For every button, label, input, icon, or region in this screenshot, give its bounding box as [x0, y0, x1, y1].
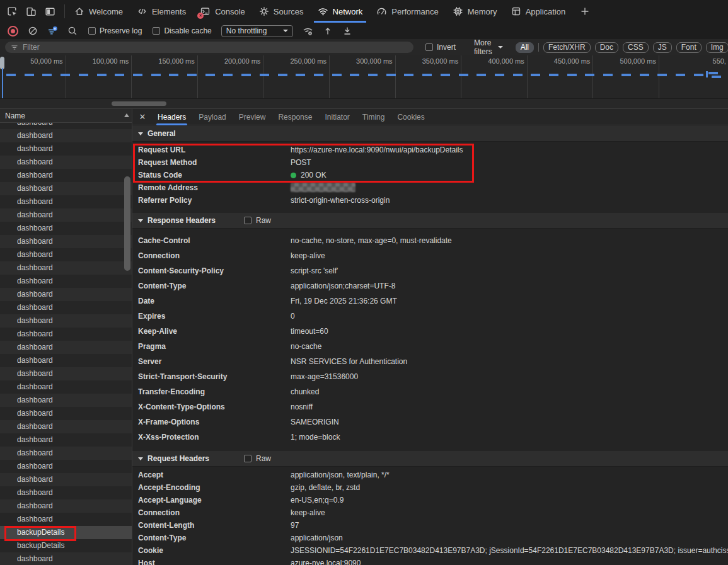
request-list-item[interactable]: dashboard: [0, 261, 132, 275]
timeline-scrollbar-thumb[interactable]: [112, 101, 166, 106]
filter-chip-fetch-xhr[interactable]: Fetch/XHR: [543, 42, 591, 53]
throttling-select[interactable]: No throttling: [221, 25, 294, 37]
filter-toggle-icon[interactable]: [47, 26, 58, 37]
request-list-item[interactable]: dashboard: [0, 460, 132, 473]
filter-input[interactable]: Filter: [5, 42, 413, 53]
preserve-log-toggle[interactable]: Preserve log: [88, 26, 142, 35]
detail-tab-timing[interactable]: Timing: [356, 109, 391, 125]
tab-label: Performance: [391, 7, 438, 16]
more-tools-button[interactable]: [572, 0, 598, 23]
request-list-item[interactable]: dashboard: [0, 367, 132, 380]
request-list-item[interactable]: dashboard: [0, 314, 132, 328]
more-filters-label: More filters: [474, 38, 492, 56]
request-list-item[interactable]: dashboard: [0, 169, 132, 182]
request-raw-toggle[interactable]: Raw: [244, 454, 271, 463]
sidebar-scrollbar-thumb[interactable]: [124, 176, 130, 271]
request-list-name-header[interactable]: Name: [0, 109, 132, 123]
record-network-log-button[interactable]: [8, 26, 18, 37]
header-row: CookieJSESSIONID=54F2261D1E7EC7B03482D41…: [132, 544, 728, 557]
header-name: Request URL: [138, 144, 291, 156]
request-list-item[interactable]: dashboard: [0, 142, 132, 156]
request-list-item[interactable]: dashboard: [0, 407, 132, 420]
tab-console[interactable]: ✕Console: [193, 0, 252, 23]
request-list-item[interactable]: dashboard: [0, 447, 132, 460]
request-list-item[interactable]: dashboard: [0, 182, 132, 195]
request-list-item[interactable]: dashboard: [0, 248, 132, 261]
response-raw-checkbox[interactable]: [244, 217, 251, 224]
request-list-item[interactable]: dashboard: [0, 433, 132, 447]
request-name: dashboard: [17, 237, 53, 246]
tab-elements[interactable]: Elements: [130, 0, 193, 23]
request-list-item[interactable]: dashboard: [0, 499, 132, 513]
search-icon[interactable]: [67, 26, 78, 36]
detail-tab-cookies[interactable]: Cookies: [391, 109, 430, 125]
request-name: dashboard: [17, 369, 53, 378]
request-list-item[interactable]: dashboard: [0, 301, 132, 314]
disable-cache-checkbox[interactable]: [153, 27, 160, 35]
tab-memory[interactable]: Memory: [446, 0, 504, 23]
tab-welcome[interactable]: Welcome: [67, 0, 130, 23]
request-list-item[interactable]: dashboard: [0, 354, 132, 367]
inspect-element-icon[interactable]: [3, 3, 21, 20]
request-list-item[interactable]: dashboard: [0, 222, 132, 235]
request-list-item[interactable]: dashboard: [0, 235, 132, 248]
status-ok-dot-icon: [291, 173, 296, 178]
import-har-icon[interactable]: [323, 26, 333, 36]
request-list-item[interactable]: dashboard: [0, 394, 132, 407]
request-list-item[interactable]: dashboard: [0, 473, 132, 486]
invert-toggle[interactable]: Invert: [425, 43, 456, 52]
header-value: application/json;charset=UTF-8: [291, 278, 395, 294]
request-raw-checkbox[interactable]: [244, 455, 251, 462]
tab-performance[interactable]: Performance: [369, 0, 445, 23]
request-list-item[interactable]: dashboard: [0, 486, 132, 499]
response-raw-toggle[interactable]: Raw: [244, 216, 271, 225]
request-name: dashboard: [17, 343, 53, 351]
timeline-left-handle[interactable]: [0, 57, 4, 69]
filter-chip-doc[interactable]: Doc: [595, 42, 618, 53]
request-list-item[interactable]: dashboard: [0, 156, 132, 169]
header-name: X-Content-Type-Options: [138, 399, 291, 414]
detail-tab-response[interactable]: Response: [272, 109, 318, 125]
close-details-icon[interactable]: ✕: [134, 109, 151, 125]
preserve-log-checkbox[interactable]: [88, 27, 96, 35]
tab-application[interactable]: Application: [504, 0, 573, 23]
tab-sources[interactable]: Sources: [252, 0, 311, 23]
general-section-header[interactable]: General: [132, 126, 728, 142]
filter-chip-all[interactable]: All: [516, 42, 534, 53]
detail-tab-initiator[interactable]: Initiator: [318, 109, 355, 125]
detail-tab-preview[interactable]: Preview: [233, 109, 272, 125]
detail-tab-payload[interactable]: Payload: [192, 109, 232, 125]
scroll-up-arrow-icon[interactable]: [124, 113, 129, 117]
request-list-item[interactable]: dashboard: [0, 195, 132, 208]
response-headers-section-header[interactable]: Response Headers Raw: [132, 213, 728, 229]
request-list-item[interactable]: dashboard: [0, 420, 132, 433]
request-list-item[interactable]: dashboard: [0, 513, 132, 526]
more-filters-button[interactable]: More filters: [474, 38, 503, 56]
request-list-item[interactable]: dashboard: [0, 288, 132, 301]
filter-chip-font[interactable]: Font: [676, 42, 702, 53]
request-list-item[interactable]: dashboard: [0, 341, 132, 354]
filter-chip-js[interactable]: JS: [653, 42, 672, 53]
tab-network[interactable]: Network: [311, 0, 370, 23]
general-rows: Request URLhttps://azure-nve.local:9090/…: [132, 142, 728, 207]
device-toolbar-icon[interactable]: [21, 3, 40, 20]
clear-network-log-icon[interactable]: [28, 26, 38, 36]
request-list-item[interactable]: dashboard: [0, 129, 132, 142]
request-list-item[interactable]: dashboard: [0, 328, 132, 341]
request-list-item[interactable]: dashboard: [0, 552, 132, 565]
request-headers-section-header[interactable]: Request Headers Raw: [132, 451, 728, 467]
filter-chip-css[interactable]: CSS: [623, 42, 649, 53]
detail-tab-headers[interactable]: Headers: [151, 109, 192, 125]
invert-checkbox[interactable]: [425, 43, 433, 51]
request-list-item[interactable]: dashboard: [0, 275, 132, 288]
request-list-item[interactable]: dashboard: [0, 208, 132, 222]
disable-cache-toggle[interactable]: Disable cache: [153, 26, 211, 35]
dock-side-icon[interactable]: [40, 3, 59, 20]
request-list-item[interactable]: backupDetails: [0, 539, 132, 552]
filter-chip-img[interactable]: Img: [706, 42, 728, 53]
request-list-item[interactable]: dashboard: [0, 380, 132, 394]
network-conditions-icon[interactable]: [303, 26, 313, 37]
export-har-icon[interactable]: [342, 26, 352, 36]
network-overview-timeline[interactable]: 50,000 ms100,000 ms150,000 ms200,000 ms2…: [0, 55, 728, 109]
request-list-item[interactable]: backupDetails: [0, 526, 132, 539]
